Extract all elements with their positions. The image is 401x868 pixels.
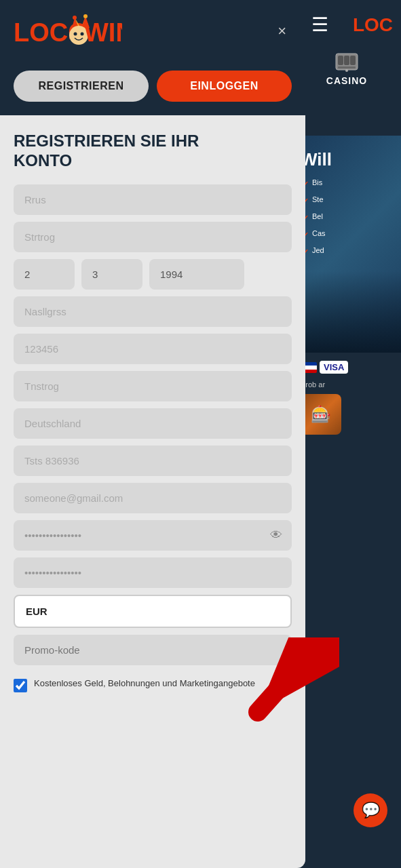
header: LOCO <box>0 0 305 62</box>
password-toggle-icon[interactable]: 👁 <box>270 528 282 542</box>
svg-rect-13 <box>350 56 356 65</box>
city-input[interactable] <box>14 371 292 401</box>
casino-nav-item[interactable]: CASINO <box>326 51 367 86</box>
game-thumbnail[interactable]: 🎰 <box>301 394 341 435</box>
confirm-password-input[interactable] <box>14 557 292 588</box>
confirm-password-wrapper <box>14 557 292 588</box>
form-title: REGISTRIEREN SIE IHR KONTO <box>14 132 292 171</box>
casino-label: CASINO <box>326 75 367 86</box>
registration-form: REGISTRIEREN SIE IHR KONTO 👁 Kostenloses <box>0 115 305 709</box>
promo-item-3: ✓ Bel <box>301 212 393 225</box>
right-bottom-section: VISA Prob ar 🎰 <box>292 353 401 443</box>
svg-point-5 <box>74 33 77 36</box>
svg-rect-11 <box>338 56 343 65</box>
visa-icon: VISA <box>320 361 348 374</box>
password-input[interactable] <box>14 520 292 551</box>
phone-input[interactable] <box>14 446 292 476</box>
svg-rect-12 <box>344 56 349 65</box>
logo: LOCO <box>14 11 122 52</box>
right-panel: ☰ LOC CASINO Will ✓ Bis ✓ Ste <box>292 0 401 868</box>
last-name-input[interactable] <box>14 222 292 252</box>
marketing-checkbox[interactable] <box>14 679 27 692</box>
currency-input[interactable] <box>14 595 292 628</box>
marketing-label: Kostenloses Geld, Belohnungen und Market… <box>34 677 255 690</box>
svg-point-6 <box>81 33 84 36</box>
promo-item-2: ✓ Ste <box>301 195 393 208</box>
promo-item-1: ✓ Bis <box>301 178 393 191</box>
nationality-input[interactable] <box>14 296 292 327</box>
promo-title: Will <box>301 149 393 170</box>
logo-image: LOCO <box>14 11 122 52</box>
marketing-checkbox-row: Kostenloses Geld, Belohnungen und Market… <box>14 672 292 695</box>
right-logo-partial: LOC <box>347 14 393 36</box>
dob-year-input[interactable] <box>149 259 244 290</box>
promo-code-input[interactable] <box>14 635 292 665</box>
promo-item-5: ✓ Jed <box>301 246 393 259</box>
svg-point-7 <box>73 16 77 20</box>
svg-text:WIN: WIN <box>84 18 122 47</box>
close-button[interactable]: × <box>272 20 292 43</box>
dob-day-input[interactable] <box>14 259 75 290</box>
first-name-input[interactable] <box>14 184 292 215</box>
login-button[interactable]: EINLOGGEN <box>157 71 292 102</box>
slot-machine-icon <box>335 51 359 73</box>
postal-code-input[interactable] <box>14 334 292 364</box>
chat-icon: 💬 <box>362 802 380 819</box>
password-wrapper: 👁 <box>14 520 292 551</box>
prob-text: Prob ar <box>301 380 393 389</box>
dob-row <box>14 259 292 290</box>
promo-banner: Will ✓ Bis ✓ Ste ✓ Bel ✓ Cas ✓ Jed <box>292 136 401 353</box>
chat-button[interactable]: 💬 <box>354 793 387 827</box>
trees-decoration <box>292 271 401 353</box>
dob-month-input[interactable] <box>81 259 142 290</box>
right-header: ☰ LOC CASINO <box>292 0 401 136</box>
promo-item-4: ✓ Cas <box>301 229 393 242</box>
email-input[interactable] <box>14 483 292 513</box>
auth-row: REGISTRIEREN EINLOGGEN <box>0 62 305 115</box>
svg-rect-14 <box>338 66 356 68</box>
country-input[interactable] <box>14 408 292 439</box>
visa-badge: VISA <box>301 361 393 374</box>
main-panel: LOCO <box>0 0 305 868</box>
register-button[interactable]: REGISTRIEREN <box>14 71 149 102</box>
svg-point-15 <box>345 69 348 72</box>
